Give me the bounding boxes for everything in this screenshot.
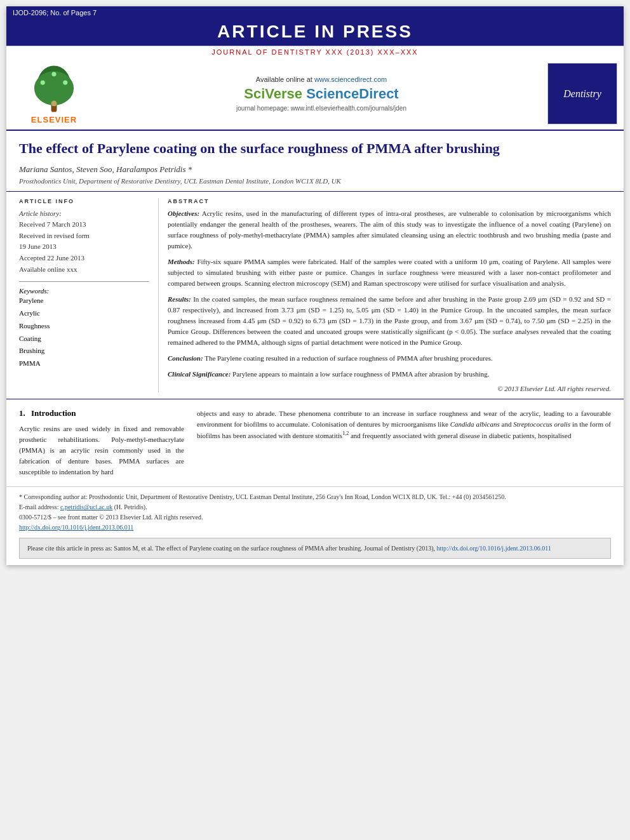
abstract-results: Results: In the coated samples, the mean… xyxy=(168,294,611,348)
received1: Received 7 March 2013 xyxy=(19,219,149,230)
available-online: Available online xxx xyxy=(19,264,149,276)
svg-point-3 xyxy=(51,101,57,107)
elsevier-label: ELSEVIER xyxy=(31,115,77,124)
kw-brushing: Brushing xyxy=(19,345,149,357)
intro-heading: 1. Introduction xyxy=(19,408,184,418)
header-row: ELSEVIER Available online at www.science… xyxy=(6,58,624,131)
article-info-abstract-section: ARTICLE INFO Article history: Received 7… xyxy=(6,192,624,400)
conclusion-label: Conclusion: xyxy=(168,354,203,362)
keywords-list: Parylene Acrylic Roughness Coating Brush… xyxy=(19,295,149,370)
email-line: E-mail address: c.petridis@ucl.ac.uk (H.… xyxy=(19,502,611,512)
journal-id: IJOD-2096; No. of Pages 7 xyxy=(13,9,97,17)
title-section: The effect of Parylene coating on the su… xyxy=(6,131,624,192)
conclusion-text: The Parylene coating resulted in a reduc… xyxy=(204,354,493,362)
introduction-section: 1. Introduction Acrylic resins are used … xyxy=(6,399,624,486)
intro-left-text: Acrylic resins are used widely in fixed … xyxy=(19,423,184,477)
email-label: E-mail address: xyxy=(19,503,58,510)
accepted: Accepted 22 June 2013 xyxy=(19,253,149,264)
svg-rect-4 xyxy=(51,106,56,112)
results-label: Results: xyxy=(168,295,191,303)
email-link[interactable]: c.petridis@ucl.ac.uk xyxy=(60,503,112,510)
methods-text: Fifty-six square PMMA samples were fabri… xyxy=(168,258,611,287)
article-info-column: ARTICLE INFO Article history: Received 7… xyxy=(19,198,159,393)
abstract-clinical: Clinical Significance: Parylene appears … xyxy=(168,369,611,380)
divider xyxy=(19,281,149,282)
elsevier-logo: ELSEVIER xyxy=(13,63,95,124)
svg-point-6 xyxy=(63,81,67,85)
copyright: © 2013 Elsevier Ltd. All rights reserved… xyxy=(168,385,611,392)
doi-link[interactable]: http://dx.doi.org/10.1016/j.jdent.2013.0… xyxy=(19,524,133,531)
clinical-text: Parylene appears to maintain a low surfa… xyxy=(232,370,489,378)
intro-left: 1. Introduction Acrylic resins are used … xyxy=(19,408,184,477)
email-name: (H. Petridis). xyxy=(114,503,147,510)
page: IJOD-2096; No. of Pages 7 ARTICLE IN PRE… xyxy=(6,6,624,565)
abstract-methods: Methods: Fifty-six square PMMA samples w… xyxy=(168,257,611,289)
article-title: The effect of Parylene coating on the su… xyxy=(19,140,611,158)
citation-box: Please cite this article in press as: Sa… xyxy=(19,538,611,559)
svg-point-5 xyxy=(41,81,45,85)
dentistry-logo: Dentistry xyxy=(547,63,617,124)
keywords-block: Keywords: Parylene Acrylic Roughness Coa… xyxy=(19,287,149,370)
kw-parylene: Parylene xyxy=(19,295,149,307)
kw-acrylic: Acrylic xyxy=(19,307,149,320)
history-label: Article history: xyxy=(19,208,149,220)
sciverse-logo: SciVerse ScienceDirect xyxy=(244,86,398,102)
corresponding-author: * Corresponding author at: Prosthodontic… xyxy=(19,492,611,502)
sci-text: SciVerse xyxy=(244,86,306,102)
kw-coating: Coating xyxy=(19,333,149,345)
elsevier-tree-icon xyxy=(22,63,86,114)
rights-line: 0300-5712/$ – see front matter © 2013 El… xyxy=(19,512,611,523)
journal-homepage: journal homepage: www.intl.elsevierhealt… xyxy=(236,105,406,112)
abstract-column: ABSTRACT Objectives: Acrylic resins, use… xyxy=(159,198,611,393)
intro-right: objects and easy to abrade. These phenom… xyxy=(197,408,611,477)
journal-subtitle: JOURNAL OF DENTISTRY XXX (2013) XXX–XXX xyxy=(6,46,624,58)
section-number: 1. xyxy=(19,408,25,418)
received2b: 19 June 2013 xyxy=(19,241,149,253)
dentistry-text: Dentistry xyxy=(563,88,601,100)
intro-right-text: objects and easy to abrade. These phenom… xyxy=(197,408,611,441)
doi-line: http://dx.doi.org/10.1016/j.jdent.2013.0… xyxy=(19,523,611,533)
sciencedirect-url[interactable]: www.sciencedirect.com xyxy=(314,76,387,83)
corresponding-text: * Corresponding author at: Prosthodontic… xyxy=(19,493,506,500)
header-center: Available online at www.sciencedirect.co… xyxy=(100,63,542,124)
citation-link[interactable]: http://dx.doi.org/10.1016/j.jdent.2013.0… xyxy=(436,545,551,552)
abstract-objectives: Objectives: Acrylic resins, used in the … xyxy=(168,208,611,251)
citation-text: Please cite this article in press as: Sa… xyxy=(27,545,435,552)
svg-point-7 xyxy=(51,72,56,76)
affiliation: Prosthodontics Unit, Department of Resto… xyxy=(19,177,611,185)
methods-label: Methods: xyxy=(168,258,195,265)
clinical-label: Clinical Significance: xyxy=(168,370,231,378)
kw-pmma: PMMA xyxy=(19,357,149,370)
journal-subtitle-text: JOURNAL OF DENTISTRY XXX (2013) XXX–XXX xyxy=(211,48,418,56)
svg-point-2 xyxy=(34,71,74,105)
article-in-press-banner: ARTICLE IN PRESS xyxy=(6,19,624,46)
abstract-conclusion: Conclusion: The Parylene coating resulte… xyxy=(168,353,611,364)
article-history: Article history: Received 7 March 2013 R… xyxy=(19,208,149,276)
abstract-label: ABSTRACT xyxy=(168,198,611,204)
article-info-label: ARTICLE INFO xyxy=(19,198,149,204)
results-text: In the coated samples, the mean surface … xyxy=(168,295,611,346)
authors: Mariana Santos, Steven Soo, Haralampos P… xyxy=(19,164,611,175)
kw-roughness: Roughness xyxy=(19,320,149,333)
objectives-text: Acrylic resins, used in the manufacturin… xyxy=(168,210,611,250)
received2: Received in revised form xyxy=(19,230,149,242)
objectives-label: Objectives: xyxy=(168,210,199,217)
intro-heading-text: Introduction xyxy=(31,408,76,418)
available-online: Available online at www.sciencedirect.co… xyxy=(256,76,387,83)
keywords-label: Keywords: xyxy=(19,287,149,295)
footnote-area: * Corresponding author at: Prosthodontic… xyxy=(6,486,624,538)
banner-text: ARTICLE IN PRESS xyxy=(217,22,413,41)
top-bar: IJOD-2096; No. of Pages 7 xyxy=(6,6,624,19)
